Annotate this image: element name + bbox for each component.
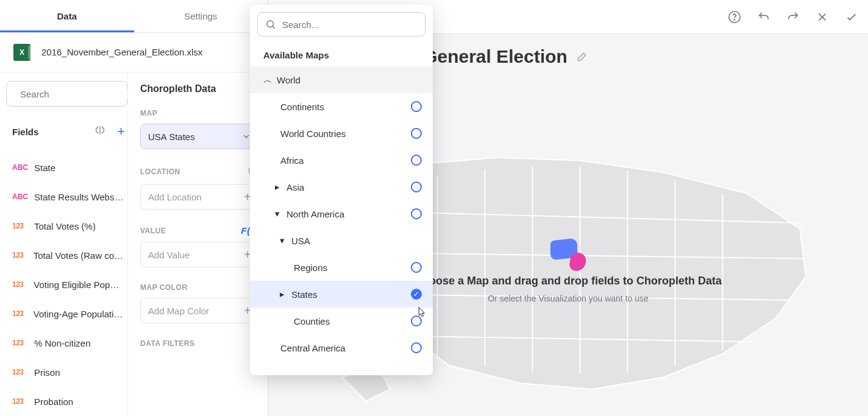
mapcolor-dropzone[interactable]: Add Map Color + (140, 298, 259, 323)
datasource-row: X 2016_November_General_Election.xlsx (0, 33, 268, 72)
fields-column: Fields + ABCState ABCState Results Websi… (0, 72, 128, 416)
map-select-value: USA States (148, 132, 195, 142)
field-item[interactable]: 123Voting Eligible Popul… (12, 270, 127, 299)
field-type-icon: 123 (12, 368, 28, 376)
add-field-button[interactable]: + (115, 121, 127, 142)
datasource-name: 2016_November_General_Election.xlsx (41, 47, 230, 57)
undo-icon[interactable] (757, 10, 770, 24)
field-type-icon: 123 (12, 222, 28, 230)
config-location-label: LOCATION (140, 165, 259, 178)
empty-state-help: Choose a Map and drag and drop fields to… (414, 239, 722, 303)
value-placeholder: Add Value (148, 250, 190, 260)
field-type-icon: 123 (12, 339, 28, 347)
config-value-label: VALUE F(x) (140, 225, 259, 236)
popover-search[interactable] (257, 12, 425, 37)
radio-icon[interactable] (411, 342, 422, 353)
map-tree-africa[interactable]: Africa (250, 147, 433, 174)
map-tree-counties[interactable]: Counties (250, 308, 433, 334)
edit-title-icon[interactable] (576, 46, 588, 67)
tab-settings[interactable]: Settings (134, 0, 268, 32)
search-icon (265, 19, 276, 30)
left-panel-tabs: Data Settings (0, 0, 268, 33)
config-map-label: MAP (140, 109, 259, 118)
map-tree-world[interactable]: ︿World (250, 66, 433, 93)
map-tree-continents[interactable]: Continents (250, 93, 433, 120)
field-item[interactable]: 123Prison (12, 358, 127, 387)
config-title: Choropleth Data (140, 83, 259, 94)
config-datafilters-label: DATA FILTERS (140, 339, 259, 348)
map-tree-world-countries[interactable]: World Countries (250, 120, 433, 147)
close-icon[interactable] (816, 10, 829, 24)
map-glyph-icon (546, 239, 591, 264)
popover-tree[interactable]: ︿World Continents World Countries Africa… (250, 66, 433, 375)
map-tree-states[interactable]: ▸States ✓ (250, 281, 433, 308)
field-item[interactable]: 123Voting-Age Populatio… (12, 299, 127, 328)
field-item[interactable]: 123Total Votes (%) (12, 211, 127, 241)
chevron-up-icon: ︿ (263, 74, 272, 86)
map-tree-regions[interactable]: Regions (250, 254, 433, 281)
help-icon[interactable] (728, 10, 741, 24)
field-item[interactable]: ABCState (12, 153, 127, 182)
radio-icon[interactable] (411, 155, 422, 166)
map-tree-north-america[interactable]: ▾North America (250, 200, 433, 227)
field-type-icon: 123 (12, 280, 27, 289)
popover-available-maps-header: Available Maps (250, 44, 433, 66)
field-type-icon: 123 (12, 309, 27, 318)
brain-icon[interactable] (91, 122, 108, 141)
svg-point-7 (267, 21, 274, 27)
radio-icon[interactable] (411, 208, 422, 219)
field-list: ABCState ABCState Results Website 123Tot… (6, 153, 127, 416)
location-placeholder: Add Location (148, 192, 202, 202)
value-dropzone[interactable]: Add Value + (140, 242, 259, 267)
svg-point-1 (734, 19, 735, 20)
fields-header-label: Fields (12, 127, 85, 137)
map-selector-popover: Available Maps ︿World Continents World C… (250, 5, 433, 375)
fields-search-input[interactable] (20, 89, 128, 99)
chevron-down-icon: ▾ (273, 208, 282, 219)
radio-icon[interactable] (411, 182, 422, 192)
field-item[interactable]: 123Probation (12, 387, 127, 416)
empty-state-subtitle: Or select the Visualization you want to … (414, 294, 722, 303)
excel-icon: X (13, 44, 30, 61)
radio-icon[interactable] (411, 262, 422, 273)
chevron-right-icon: ▸ (273, 182, 282, 192)
radio-icon[interactable] (411, 101, 422, 112)
popover-search-area (250, 5, 433, 44)
fields-search[interactable] (6, 81, 127, 107)
chevron-down-icon: ▾ (278, 235, 286, 246)
map-tree-usa[interactable]: ▾USA (250, 227, 433, 254)
radio-icon[interactable] (411, 128, 422, 139)
popover-search-input[interactable] (282, 19, 418, 30)
map-select-dropdown[interactable]: USA States (140, 124, 259, 149)
field-type-icon: 123 (12, 397, 28, 406)
map-tree-central-america[interactable]: Central America (250, 334, 433, 361)
chevron-right-icon: ▸ (278, 289, 286, 300)
left-panel: Data Settings X 2016_November_General_El… (0, 0, 268, 416)
fields-header: Fields + (6, 121, 127, 142)
radio-checked-icon[interactable]: ✓ (411, 289, 422, 300)
map-tree-asia[interactable]: ▸Asia (250, 174, 433, 200)
field-item[interactable]: 123Total Votes (Raw cou… (12, 241, 127, 270)
field-type-icon: ABC (12, 192, 28, 201)
field-item[interactable]: 123% Non-citizen (12, 328, 127, 358)
tab-data[interactable]: Data (0, 0, 134, 32)
empty-state-title: Choose a Map and drag and drop fields to… (414, 275, 722, 287)
mouse-cursor-icon (416, 306, 427, 320)
field-type-icon: 123 (12, 251, 27, 259)
field-type-icon: ABC (12, 163, 28, 172)
confirm-icon[interactable] (845, 10, 858, 24)
field-item[interactable]: ABCState Results Website (12, 182, 127, 211)
config-mapcolor-label: MAP COLOR (140, 283, 259, 292)
config-column: Choropleth Data MAP USA States LOCATION … (128, 72, 268, 416)
mapcolor-placeholder: Add Map Color (148, 306, 209, 316)
location-dropzone[interactable]: Add Location + (140, 184, 259, 210)
redo-icon[interactable] (786, 10, 800, 24)
left-body: Fields + ABCState ABCState Results Websi… (0, 72, 268, 416)
